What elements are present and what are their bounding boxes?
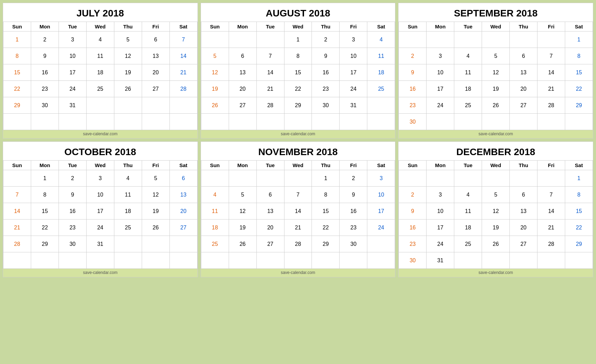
calendar-day: 9: [59, 187, 86, 203]
watermark: save-calendar.com: [201, 269, 395, 277]
day-header-thu: Thu: [312, 161, 340, 170]
calendar-day: [142, 114, 169, 130]
calendar-day: 1: [565, 32, 593, 48]
calendar-day: 20: [510, 219, 537, 236]
calendar-day: [114, 97, 142, 114]
calendar-day: [340, 252, 367, 269]
calendar-day: [427, 114, 454, 130]
calendar-day: [537, 252, 565, 269]
calendar-day: [256, 114, 284, 130]
calendar-day: 8: [284, 48, 312, 64]
calendar-day: [142, 236, 169, 252]
calendar-day: 30: [340, 236, 367, 252]
calendar-day: 2: [399, 187, 427, 203]
day-header-mon: Mon: [229, 161, 256, 170]
calendar-day: 20: [169, 203, 197, 219]
calendar-day: 15: [3, 64, 31, 81]
calendar-day: [256, 252, 284, 269]
day-header-tue: Tue: [256, 161, 284, 170]
calendar-day: 19: [229, 219, 256, 236]
calendar-day: 29: [312, 236, 340, 252]
day-header-wed: Wed: [284, 161, 312, 170]
calendar-day: 15: [312, 203, 340, 219]
calendar-day: [454, 252, 482, 269]
calendar-day: 19: [482, 219, 510, 236]
calendar-day: 1: [3, 32, 31, 48]
calendar-day: 13: [510, 203, 537, 219]
calendar-day: 17: [427, 219, 454, 236]
calendar-day: [482, 114, 510, 130]
calendar-day: 20: [142, 64, 169, 81]
calendar-day: 24: [86, 219, 114, 236]
calendar-september-2018: SEPTEMBER 2018SunMonTueWedThuFriSat12345…: [398, 3, 593, 139]
calendar-day: 22: [565, 219, 593, 236]
calendar-day: [229, 252, 256, 269]
calendar-day: 18: [86, 64, 114, 81]
calendar-day: [537, 114, 565, 130]
calendar-day: 7: [256, 48, 284, 64]
calendar-day: 26: [482, 97, 510, 114]
calendar-day: 22: [312, 219, 340, 236]
watermark: save-calendar.com: [3, 269, 198, 277]
day-header-fri: Fri: [537, 161, 565, 170]
watermark: save-calendar.com: [201, 130, 395, 138]
watermark: save-calendar.com: [398, 130, 593, 138]
day-header-fri: Fri: [340, 22, 367, 32]
day-header-sat: Sat: [565, 161, 593, 170]
calendar-day: 13: [510, 64, 537, 81]
calendar-day: 31: [340, 97, 367, 114]
day-header-sat: Sat: [367, 22, 395, 32]
calendar-day: 17: [59, 64, 86, 81]
calendar-day: 7: [169, 32, 197, 48]
day-header-tue: Tue: [59, 161, 86, 170]
day-header-wed: Wed: [86, 161, 114, 170]
watermark: save-calendar.com: [3, 130, 198, 138]
calendar-december-2018: DECEMBER 2018SunMonTueWedThuFriSat123456…: [398, 141, 593, 277]
day-header-sat: Sat: [169, 22, 197, 32]
calendar-day: 27: [510, 236, 537, 252]
calendar-day: 6: [510, 48, 537, 64]
day-header-fri: Fri: [340, 161, 367, 170]
calendar-day: 23: [399, 97, 427, 114]
calendar-day: 8: [3, 48, 31, 64]
calendar-day: [510, 32, 537, 48]
calendar-day: 9: [31, 48, 59, 64]
calendar-title: AUGUST 2018: [201, 3, 395, 22]
calendar-table: SunMonTueWedThuFriSat1234567891011121314…: [201, 22, 395, 130]
calendar-day: 18: [454, 219, 482, 236]
calendar-day: 10: [367, 187, 395, 203]
calendar-day: [284, 170, 312, 187]
calendar-day: 23: [59, 219, 86, 236]
calendar-day: 9: [312, 48, 340, 64]
calendar-day: 22: [284, 81, 312, 97]
calendar-day: 14: [284, 203, 312, 219]
calendar-day: 8: [312, 187, 340, 203]
calendar-day: [31, 114, 59, 130]
calendar-day: [454, 32, 482, 48]
calendar-day: 20: [510, 81, 537, 97]
day-header-tue: Tue: [59, 22, 86, 32]
calendar-day: 2: [340, 170, 367, 187]
day-header-sun: Sun: [399, 22, 427, 32]
calendar-august-2018: AUGUST 2018SunMonTueWedThuFriSat12345678…: [201, 3, 396, 139]
calendar-day: 28: [169, 81, 197, 97]
calendar-day: 6: [142, 32, 169, 48]
calendar-day: 9: [340, 187, 367, 203]
calendar-day: 28: [284, 236, 312, 252]
day-header-thu: Thu: [114, 22, 142, 32]
calendar-day: 5: [229, 187, 256, 203]
calendar-day: 4: [367, 32, 395, 48]
calendar-day: 29: [565, 97, 593, 114]
calendar-day: 26: [142, 219, 169, 236]
calendar-day: [510, 252, 537, 269]
calendar-day: 21: [537, 219, 565, 236]
calendar-day: 3: [427, 187, 454, 203]
calendar-day: 13: [229, 64, 256, 81]
calendar-day: [31, 252, 59, 269]
calendar-day: [169, 114, 197, 130]
calendar-table: SunMonTueWedThuFriSat1234567891011121314…: [201, 160, 395, 269]
calendar-day: [399, 32, 427, 48]
calendar-day: 11: [454, 64, 482, 81]
calendar-day: 25: [114, 219, 142, 236]
calendar-day: 30: [59, 236, 86, 252]
